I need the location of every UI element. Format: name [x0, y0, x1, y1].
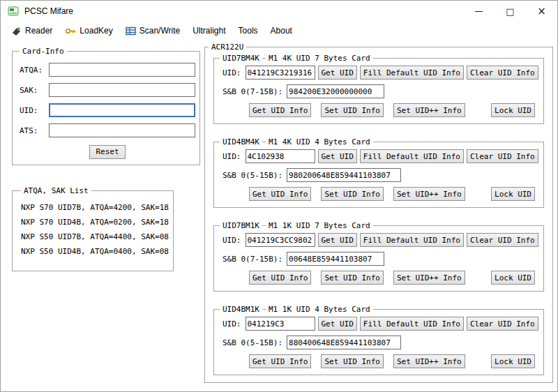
get-uid-info-button[interactable]: Get UID Info [249, 271, 311, 285]
group-name: UID7BM1K [220, 221, 262, 230]
menu-label-ultralight: Ultralight [193, 26, 225, 36]
group-name: UID7BM4K [220, 54, 262, 63]
lock-uid-button[interactable]: Lock UID [491, 103, 535, 117]
menu-label-loadkey: LoadKey [80, 26, 112, 36]
card-type-label: M1 1K UID 4 Bytes Card [266, 305, 373, 314]
group-name: UID4BM4K [220, 137, 262, 146]
menu-item-scanwrite[interactable]: Scan/Write [119, 23, 186, 39]
card-info-group: Card-Info ATQA: SAK: UID: ATS: Reset [12, 51, 200, 165]
fill-default-uid-info-button[interactable]: Fill Default UID Info [360, 317, 464, 331]
app-icon [8, 6, 19, 17]
fill-default-uid-info-button[interactable]: Fill Default UID Info [360, 149, 464, 163]
acr122u-group: ACR122U UID7BM4K M1 4K UID 7 Bytes Card … [204, 47, 553, 383]
get-uid-button[interactable]: Get UID [318, 149, 357, 163]
list-item: NXP S50 UID7B, ATQA=4400, SAK=08 [21, 229, 173, 244]
get-uid-button[interactable]: Get UID [318, 317, 357, 331]
close-button[interactable]: × [526, 1, 557, 22]
menu-label-tools: Tools [239, 26, 258, 36]
get-uid-info-button[interactable]: Get UID Info [249, 103, 311, 117]
set-uid-info-button[interactable]: Set UID Info [321, 271, 383, 285]
uid4bm4k-group: UID4BM4K M1 4K UID 4 Bytes Card UID: Get… [213, 142, 544, 208]
lock-uid-button[interactable]: Lock UID [491, 187, 535, 201]
key-icon [65, 26, 76, 36]
sb-input[interactable] [287, 84, 384, 98]
lock-uid-button[interactable]: Lock UID [491, 354, 535, 368]
atqa-input[interactable] [49, 63, 195, 77]
reset-button[interactable]: Reset [89, 145, 125, 159]
set-uid-plus-plus-info-button[interactable]: Set UID++ Info [393, 187, 465, 201]
card-info-title: Card-Info [20, 47, 67, 56]
get-uid-info-button[interactable]: Get UID Info [249, 187, 311, 201]
app-window: PCSC Mifare — □ × Reader Lo [0, 0, 558, 392]
uid-label: UID: [223, 68, 241, 77]
menu-label-scanwrite: Scan/Write [140, 26, 180, 36]
ats-input[interactable] [49, 123, 195, 137]
list-item: NXP S50 UID4B, ATQA=0400, SAK=08 [21, 244, 173, 259]
window-title: PCSC Mifare [24, 6, 73, 16]
clear-uid-info-button[interactable]: Clear UID Info [467, 66, 538, 80]
sak-input[interactable] [49, 83, 195, 97]
ats-label: ATS: [20, 126, 49, 135]
sb-input[interactable] [287, 168, 401, 182]
menu-item-loadkey[interactable]: LoadKey [59, 23, 119, 39]
uid-input[interactable] [246, 149, 315, 163]
list-item: NXP S70 UID4B, ATQA=0200, SAK=18 [21, 215, 173, 229]
sb-label: S&B 0(7-15B): [223, 87, 282, 96]
get-uid-button[interactable]: Get UID [318, 233, 357, 247]
sb-input[interactable] [287, 336, 401, 349]
list-item: NXP S70 UID7B, ATQA=4200, SAK=18 [21, 200, 173, 215]
menu-item-tools[interactable]: Tools [232, 23, 264, 38]
group-name: UID4BM1K [220, 305, 262, 314]
set-uid-info-button[interactable]: Set UID Info [321, 354, 383, 368]
uid4bm1k-group: UID4BM1K M1 1K UID 4 Bytes Card UID: Get… [213, 309, 544, 375]
set-uid-plus-plus-info-button[interactable]: Set UID++ Info [393, 103, 465, 117]
card-type-label: M1 4K UID 7 Bytes Card [266, 54, 373, 63]
uid-input[interactable] [49, 103, 195, 117]
menu-label-about: About [271, 26, 292, 36]
sb-input[interactable] [287, 252, 384, 266]
set-uid-info-button[interactable]: Set UID Info [321, 103, 383, 117]
titlebar: PCSC Mifare — □ × [1, 1, 557, 22]
clear-uid-info-button[interactable]: Clear UID Info [467, 317, 538, 331]
minimize-button[interactable]: — [463, 1, 495, 22]
set-uid-info-button[interactable]: Set UID Info [321, 187, 383, 201]
atqa-sak-list-title: ATQA, SAK List [21, 186, 91, 195]
sb-label: S&B 0(5-15B): [223, 338, 282, 347]
uid-label: UID: [223, 319, 241, 329]
clear-uid-info-button[interactable]: Clear UID Info [467, 233, 538, 247]
menubar: Reader LoadKey Scan/Write [1, 22, 557, 40]
scan-write-icon [126, 26, 136, 36]
sb-label: S&B 0(5-15B): [223, 171, 282, 180]
fill-default-uid-info-button[interactable]: Fill Default UID Info [360, 233, 464, 247]
fill-default-uid-info-button[interactable]: Fill Default UID Info [360, 66, 464, 80]
card-type-label: M1 4K UID 4 Bytes Card [266, 137, 373, 146]
uid-label: UID: [223, 152, 241, 161]
uid-label: UID: [223, 236, 241, 245]
menu-item-reader[interactable]: Reader [5, 23, 59, 39]
card-type-label: M1 1K UID 7 Bytes Card [266, 221, 373, 230]
menu-label-reader: Reader [25, 26, 52, 36]
set-uid-plus-plus-info-button[interactable]: Set UID++ Info [393, 354, 465, 368]
clear-uid-info-button[interactable]: Clear UID Info [467, 149, 538, 163]
uid7bm1k-group: UID7BM1K M1 1K UID 7 Bytes Card UID: Get… [213, 225, 544, 292]
menu-item-ultralight[interactable]: Ultralight [186, 23, 232, 38]
uid-input[interactable] [246, 66, 315, 80]
atqa-sak-list-group: ATQA, SAK List NXP S70 UID7B, ATQA=4200,… [12, 190, 174, 271]
uid-input[interactable] [246, 317, 315, 331]
uid7bm4k-group: UID7BM4K M1 4K UID 7 Bytes Card UID: Get… [213, 58, 544, 124]
uid-input[interactable] [246, 233, 315, 247]
get-uid-button[interactable]: Get UID [318, 66, 357, 80]
get-uid-info-button[interactable]: Get UID Info [249, 354, 311, 368]
menu-item-about[interactable]: About [264, 23, 299, 38]
sak-label: SAK: [20, 86, 49, 95]
lock-uid-button[interactable]: Lock UID [491, 271, 535, 285]
window-controls: — □ × [463, 1, 557, 22]
set-uid-plus-plus-info-button[interactable]: Set UID++ Info [393, 271, 465, 285]
uid-label: UID: [20, 106, 49, 115]
atqa-label: ATQA: [20, 66, 49, 75]
acr122u-title: ACR122U [209, 43, 246, 52]
maximize-button[interactable]: □ [495, 1, 526, 22]
sb-label: S&B 0(7-15B): [223, 255, 282, 264]
reader-icon [11, 26, 22, 36]
